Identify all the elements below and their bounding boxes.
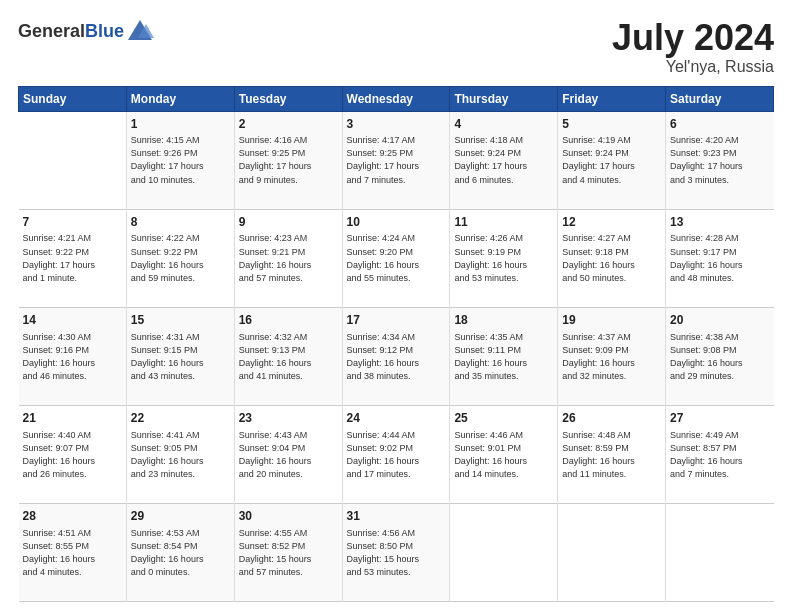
calendar-cell: 19Sunrise: 4:37 AM Sunset: 9:09 PM Dayli… xyxy=(558,307,666,405)
cell-content: Sunrise: 4:17 AM Sunset: 9:25 PM Dayligh… xyxy=(347,134,446,186)
cell-content: Sunrise: 4:56 AM Sunset: 8:50 PM Dayligh… xyxy=(347,527,446,579)
day-number: 22 xyxy=(131,410,230,427)
calendar-week-row: 14Sunrise: 4:30 AM Sunset: 9:16 PM Dayli… xyxy=(19,307,774,405)
calendar-cell: 1Sunrise: 4:15 AM Sunset: 9:26 PM Daylig… xyxy=(126,111,234,209)
weekday-header-thursday: Thursday xyxy=(450,86,558,111)
cell-content: Sunrise: 4:49 AM Sunset: 8:57 PM Dayligh… xyxy=(670,429,769,481)
cell-content: Sunrise: 4:34 AM Sunset: 9:12 PM Dayligh… xyxy=(347,331,446,383)
calendar-cell: 29Sunrise: 4:53 AM Sunset: 8:54 PM Dayli… xyxy=(126,503,234,601)
cell-content: Sunrise: 4:18 AM Sunset: 9:24 PM Dayligh… xyxy=(454,134,553,186)
calendar-cell: 16Sunrise: 4:32 AM Sunset: 9:13 PM Dayli… xyxy=(234,307,342,405)
calendar-cell: 23Sunrise: 4:43 AM Sunset: 9:04 PM Dayli… xyxy=(234,405,342,503)
calendar-cell: 31Sunrise: 4:56 AM Sunset: 8:50 PM Dayli… xyxy=(342,503,450,601)
calendar-cell: 28Sunrise: 4:51 AM Sunset: 8:55 PM Dayli… xyxy=(19,503,127,601)
day-number: 20 xyxy=(670,312,769,329)
calendar-cell: 7Sunrise: 4:21 AM Sunset: 9:22 PM Daylig… xyxy=(19,209,127,307)
calendar-cell: 13Sunrise: 4:28 AM Sunset: 9:17 PM Dayli… xyxy=(666,209,774,307)
day-number: 12 xyxy=(562,214,661,231)
calendar-cell: 18Sunrise: 4:35 AM Sunset: 9:11 PM Dayli… xyxy=(450,307,558,405)
calendar-cell: 12Sunrise: 4:27 AM Sunset: 9:18 PM Dayli… xyxy=(558,209,666,307)
cell-content: Sunrise: 4:53 AM Sunset: 8:54 PM Dayligh… xyxy=(131,527,230,579)
day-number: 27 xyxy=(670,410,769,427)
day-number: 9 xyxy=(239,214,338,231)
day-number: 29 xyxy=(131,508,230,525)
cell-content: Sunrise: 4:35 AM Sunset: 9:11 PM Dayligh… xyxy=(454,331,553,383)
calendar-cell: 17Sunrise: 4:34 AM Sunset: 9:12 PM Dayli… xyxy=(342,307,450,405)
day-number: 11 xyxy=(454,214,553,231)
cell-content: Sunrise: 4:48 AM Sunset: 8:59 PM Dayligh… xyxy=(562,429,661,481)
cell-content: Sunrise: 4:30 AM Sunset: 9:16 PM Dayligh… xyxy=(23,331,122,383)
cell-content: Sunrise: 4:20 AM Sunset: 9:23 PM Dayligh… xyxy=(670,134,769,186)
cell-content: Sunrise: 4:19 AM Sunset: 9:24 PM Dayligh… xyxy=(562,134,661,186)
weekday-header-tuesday: Tuesday xyxy=(234,86,342,111)
calendar-week-row: 21Sunrise: 4:40 AM Sunset: 9:07 PM Dayli… xyxy=(19,405,774,503)
calendar-cell: 21Sunrise: 4:40 AM Sunset: 9:07 PM Dayli… xyxy=(19,405,127,503)
weekday-header-row: SundayMondayTuesdayWednesdayThursdayFrid… xyxy=(19,86,774,111)
location: Yel'nya, Russia xyxy=(612,58,774,76)
cell-content: Sunrise: 4:21 AM Sunset: 9:22 PM Dayligh… xyxy=(23,232,122,284)
cell-content: Sunrise: 4:32 AM Sunset: 9:13 PM Dayligh… xyxy=(239,331,338,383)
calendar-cell xyxy=(19,111,127,209)
cell-content: Sunrise: 4:46 AM Sunset: 9:01 PM Dayligh… xyxy=(454,429,553,481)
cell-content: Sunrise: 4:24 AM Sunset: 9:20 PM Dayligh… xyxy=(347,232,446,284)
cell-content: Sunrise: 4:41 AM Sunset: 9:05 PM Dayligh… xyxy=(131,429,230,481)
day-number: 15 xyxy=(131,312,230,329)
cell-content: Sunrise: 4:28 AM Sunset: 9:17 PM Dayligh… xyxy=(670,232,769,284)
calendar-cell: 9Sunrise: 4:23 AM Sunset: 9:21 PM Daylig… xyxy=(234,209,342,307)
calendar-table: SundayMondayTuesdayWednesdayThursdayFrid… xyxy=(18,86,774,602)
logo-general-text: General xyxy=(18,21,85,41)
cell-content: Sunrise: 4:37 AM Sunset: 9:09 PM Dayligh… xyxy=(562,331,661,383)
cell-content: Sunrise: 4:31 AM Sunset: 9:15 PM Dayligh… xyxy=(131,331,230,383)
weekday-header-sunday: Sunday xyxy=(19,86,127,111)
calendar-cell xyxy=(450,503,558,601)
day-number: 10 xyxy=(347,214,446,231)
calendar-cell: 22Sunrise: 4:41 AM Sunset: 9:05 PM Dayli… xyxy=(126,405,234,503)
calendar-cell: 6Sunrise: 4:20 AM Sunset: 9:23 PM Daylig… xyxy=(666,111,774,209)
calendar-week-row: 7Sunrise: 4:21 AM Sunset: 9:22 PM Daylig… xyxy=(19,209,774,307)
day-number: 26 xyxy=(562,410,661,427)
day-number: 23 xyxy=(239,410,338,427)
logo-blue-text: Blue xyxy=(85,21,124,41)
calendar-cell: 11Sunrise: 4:26 AM Sunset: 9:19 PM Dayli… xyxy=(450,209,558,307)
day-number: 2 xyxy=(239,116,338,133)
day-number: 30 xyxy=(239,508,338,525)
cell-content: Sunrise: 4:22 AM Sunset: 9:22 PM Dayligh… xyxy=(131,232,230,284)
day-number: 31 xyxy=(347,508,446,525)
calendar-cell: 3Sunrise: 4:17 AM Sunset: 9:25 PM Daylig… xyxy=(342,111,450,209)
day-number: 28 xyxy=(23,508,122,525)
day-number: 3 xyxy=(347,116,446,133)
day-number: 16 xyxy=(239,312,338,329)
calendar-cell: 10Sunrise: 4:24 AM Sunset: 9:20 PM Dayli… xyxy=(342,209,450,307)
day-number: 18 xyxy=(454,312,553,329)
logo-icon xyxy=(126,18,154,46)
cell-content: Sunrise: 4:38 AM Sunset: 9:08 PM Dayligh… xyxy=(670,331,769,383)
day-number: 5 xyxy=(562,116,661,133)
page-header: GeneralBlue July 2024 Yel'nya, Russia xyxy=(18,18,774,76)
title-block: July 2024 Yel'nya, Russia xyxy=(612,18,774,76)
day-number: 1 xyxy=(131,116,230,133)
cell-content: Sunrise: 4:51 AM Sunset: 8:55 PM Dayligh… xyxy=(23,527,122,579)
day-number: 8 xyxy=(131,214,230,231)
calendar-cell: 15Sunrise: 4:31 AM Sunset: 9:15 PM Dayli… xyxy=(126,307,234,405)
weekday-header-friday: Friday xyxy=(558,86,666,111)
calendar-cell xyxy=(666,503,774,601)
day-number: 21 xyxy=(23,410,122,427)
day-number: 24 xyxy=(347,410,446,427)
calendar-cell: 4Sunrise: 4:18 AM Sunset: 9:24 PM Daylig… xyxy=(450,111,558,209)
calendar-cell: 25Sunrise: 4:46 AM Sunset: 9:01 PM Dayli… xyxy=(450,405,558,503)
cell-content: Sunrise: 4:55 AM Sunset: 8:52 PM Dayligh… xyxy=(239,527,338,579)
day-number: 4 xyxy=(454,116,553,133)
weekday-header-saturday: Saturday xyxy=(666,86,774,111)
day-number: 6 xyxy=(670,116,769,133)
cell-content: Sunrise: 4:26 AM Sunset: 9:19 PM Dayligh… xyxy=(454,232,553,284)
calendar-week-row: 28Sunrise: 4:51 AM Sunset: 8:55 PM Dayli… xyxy=(19,503,774,601)
calendar-cell: 2Sunrise: 4:16 AM Sunset: 9:25 PM Daylig… xyxy=(234,111,342,209)
calendar-cell: 5Sunrise: 4:19 AM Sunset: 9:24 PM Daylig… xyxy=(558,111,666,209)
calendar-cell: 20Sunrise: 4:38 AM Sunset: 9:08 PM Dayli… xyxy=(666,307,774,405)
calendar-week-row: 1Sunrise: 4:15 AM Sunset: 9:26 PM Daylig… xyxy=(19,111,774,209)
month-year: July 2024 xyxy=(612,18,774,58)
cell-content: Sunrise: 4:16 AM Sunset: 9:25 PM Dayligh… xyxy=(239,134,338,186)
weekday-header-wednesday: Wednesday xyxy=(342,86,450,111)
day-number: 13 xyxy=(670,214,769,231)
calendar-cell: 27Sunrise: 4:49 AM Sunset: 8:57 PM Dayli… xyxy=(666,405,774,503)
